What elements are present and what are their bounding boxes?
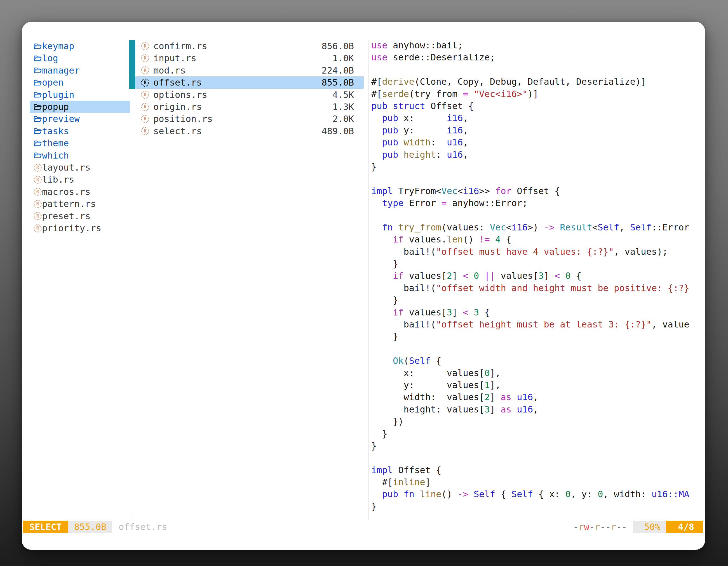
sidebar-item-preset-rs[interactable]: Rpreset.rs: [30, 210, 130, 222]
folder-open-icon: [34, 103, 42, 111]
file-size: 856.0B: [321, 41, 354, 51]
code-line: use serde::Deserialize;: [371, 52, 691, 64]
folder-open-icon: [34, 91, 42, 99]
file-name: position.rs: [153, 114, 213, 124]
file-row-options-rs[interactable]: Roptions.rs4.5K: [135, 89, 364, 101]
mode-badge: SELECT: [23, 521, 68, 533]
code-line: impl Offset {: [371, 465, 691, 477]
code-line: width: values[2] as u16,: [371, 392, 691, 404]
file-size: 4.5K: [332, 90, 354, 100]
sidebar-item-macros-rs[interactable]: Rmacros.rs: [30, 186, 130, 198]
code-line: }: [371, 428, 691, 440]
icon-slot: R: [135, 66, 153, 74]
code-line: fn try_from(values: Vec<i16>) -> Result<…: [371, 222, 691, 234]
code-line: #[inline]: [371, 477, 691, 489]
folder-open-icon: [34, 79, 42, 87]
file-name: lib.rs: [42, 174, 74, 185]
file-row-origin-rs[interactable]: Rorigin.rs1.3K: [135, 101, 364, 113]
sidebar-item-log[interactable]: log: [30, 52, 130, 64]
file-name: input.rs: [153, 53, 196, 64]
status-bar: SELECT 855.0B offset.rs -rw-r--r-- 50% 4…: [23, 521, 703, 533]
code-line: }: [371, 161, 691, 173]
file-size: 855.0B: [321, 77, 354, 88]
rust-file-icon: R: [141, 103, 149, 111]
icon-slot: R: [135, 115, 153, 123]
code-line: bail!("offset must have 4 values: {:?}",…: [371, 247, 691, 259]
pane-divider-left: [132, 40, 132, 520]
icon-slot: R: [30, 224, 42, 233]
file-row-confirm-rs[interactable]: Rconfirm.rs856.0B: [135, 40, 364, 52]
sidebar-item-preview[interactable]: preview: [30, 113, 130, 125]
code-line: y: values[1],: [371, 380, 691, 392]
sidebar-item-plugin[interactable]: plugin: [30, 89, 130, 101]
file-name: offset.rs: [153, 77, 202, 88]
file-name: mod.rs: [153, 65, 186, 76]
icon-slot: [30, 79, 42, 87]
file-name: confirm.rs: [153, 41, 207, 51]
sidebar-item-theme[interactable]: theme: [30, 137, 130, 149]
file-size: 2.0K: [332, 114, 354, 124]
sidebar-item-layout-rs[interactable]: Rlayout.rs: [30, 161, 130, 174]
rust-file-icon: R: [141, 54, 149, 62]
code-line: pub x: i16,: [371, 113, 691, 125]
icon-slot: R: [30, 188, 42, 196]
code-line: #[serde(try_from = "Vec<i16>")]: [371, 89, 691, 101]
folder-open-icon: [34, 66, 42, 74]
code-line: pub width: u16,: [371, 137, 691, 149]
visual-select-marker-bar: [129, 40, 135, 89]
code-line: use anyhow::bail;: [371, 40, 691, 52]
code-line: Ok(Self {: [371, 355, 691, 367]
file-row-mod-rs[interactable]: Rmod.rs224.0B: [135, 64, 364, 77]
code-line: if values[2] < 0 || values[3] < 0 {: [371, 271, 691, 283]
file-row-offset-rs[interactable]: Roffset.rs855.0B: [135, 76, 364, 89]
icon-slot: R: [30, 164, 42, 172]
sidebar-item-tasks[interactable]: tasks: [30, 125, 130, 137]
rust-file-icon: R: [34, 188, 42, 196]
folder-open-icon: [34, 115, 42, 123]
preview-pane[interactable]: use anyhow::bail;use serde::Deserialize;…: [371, 40, 691, 520]
code-line: if values.len() != 4 {: [371, 234, 691, 246]
sidebar-item-lib-rs[interactable]: Rlib.rs: [30, 173, 130, 186]
rust-file-icon: R: [141, 127, 149, 135]
sidebar-item-popup[interactable]: popup: [30, 101, 130, 113]
code-line: #[derive(Clone, Copy, Debug, Default, De…: [371, 76, 691, 88]
sidebar-item-which[interactable]: which: [30, 149, 130, 162]
file-row-input-rs[interactable]: Rinput.rs1.0K: [135, 52, 364, 64]
code-line: [371, 343, 691, 355]
folder-name: tasks: [42, 126, 69, 137]
file-name: origin.rs: [153, 102, 202, 112]
sidebar-item-keymap[interactable]: keymap: [30, 40, 130, 52]
folder-open-icon: [34, 151, 42, 159]
sidebar-item-pattern-rs[interactable]: Rpattern.rs: [30, 198, 130, 210]
sidebar-item-priority-rs[interactable]: Rpriority.rs: [30, 222, 130, 234]
code-line: }): [371, 416, 691, 428]
code-line: type Error = anyhow::Error;: [371, 198, 691, 210]
code-line: }: [371, 440, 691, 452]
code-line: [371, 173, 691, 186]
icon-slot: [30, 151, 42, 159]
icon-slot: R: [135, 54, 153, 62]
file-row-select-rs[interactable]: Rselect.rs489.0B: [135, 125, 364, 137]
file-row-position-rs[interactable]: Rposition.rs2.0K: [135, 113, 364, 125]
file-name: priority.rs: [42, 223, 101, 234]
icon-slot: R: [135, 42, 153, 50]
sidebar-item-open[interactable]: open: [30, 76, 130, 89]
folder-name: keymap: [42, 41, 74, 51]
file-size-chip: 855.0B: [68, 521, 112, 533]
icon-slot: [30, 115, 42, 123]
code-line: pub struct Offset {: [371, 101, 691, 113]
code-line: }: [371, 331, 691, 343]
icon-slot: R: [135, 91, 153, 99]
rust-file-icon: R: [141, 66, 149, 74]
icon-slot: [30, 66, 42, 74]
folder-open-icon: [34, 54, 42, 62]
code-line: }: [371, 295, 691, 307]
file-name: options.rs: [153, 90, 207, 100]
file-name: pattern.rs: [42, 199, 96, 209]
rust-file-icon: R: [34, 224, 42, 233]
file-name: select.rs: [153, 126, 202, 137]
icon-slot: R: [135, 79, 153, 87]
sidebar-item-manager[interactable]: manager: [30, 64, 130, 77]
rust-file-icon: R: [141, 42, 149, 50]
pane-divider-right: [368, 40, 368, 520]
